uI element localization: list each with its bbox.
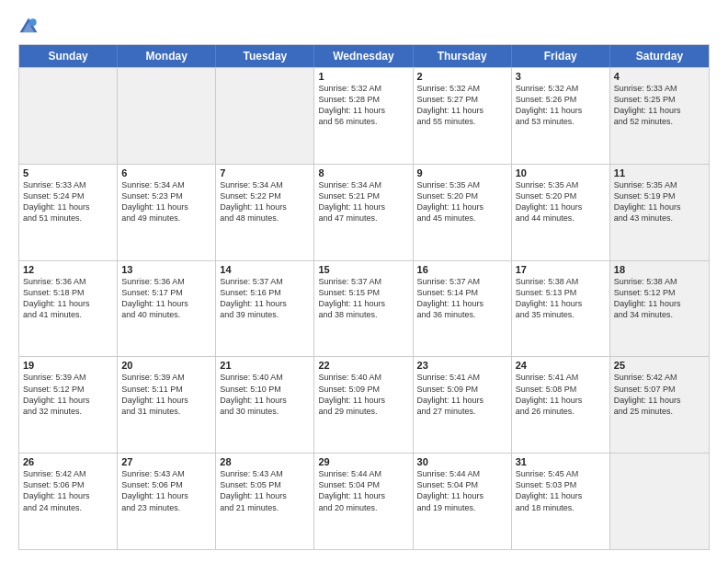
day-detail: Sunrise: 5:35 AM Sunset: 5:20 PM Dayligh… <box>417 179 507 224</box>
calendar-cell: 8Sunrise: 5:34 AM Sunset: 5:21 PM Daylig… <box>314 165 413 260</box>
day-number: 26 <box>23 456 113 467</box>
day-number: 16 <box>417 264 507 275</box>
day-number: 12 <box>23 264 113 275</box>
calendar-cell: 13Sunrise: 5:36 AM Sunset: 5:17 PM Dayli… <box>118 261 216 357</box>
day-detail: Sunrise: 5:39 AM Sunset: 5:12 PM Dayligh… <box>23 372 113 417</box>
calendar-cell: 2Sunrise: 5:32 AM Sunset: 5:27 PM Daylig… <box>414 68 512 164</box>
calendar-cell: 23Sunrise: 5:41 AM Sunset: 5:09 PM Dayli… <box>414 357 512 453</box>
day-detail: Sunrise: 5:40 AM Sunset: 5:10 PM Dayligh… <box>220 372 310 417</box>
day-header-monday: Monday <box>118 45 216 67</box>
day-detail: Sunrise: 5:38 AM Sunset: 5:12 PM Dayligh… <box>614 276 705 321</box>
calendar-cell <box>216 68 314 164</box>
day-detail: Sunrise: 5:34 AM Sunset: 5:21 PM Dayligh… <box>318 179 408 224</box>
calendar-cell: 9Sunrise: 5:35 AM Sunset: 5:20 PM Daylig… <box>414 165 512 260</box>
day-detail: Sunrise: 5:43 AM Sunset: 5:06 PM Dayligh… <box>121 468 211 513</box>
day-number: 28 <box>220 456 310 467</box>
calendar-cell: 15Sunrise: 5:37 AM Sunset: 5:15 PM Dayli… <box>314 261 413 357</box>
day-number: 10 <box>516 167 606 178</box>
calendar-cell: 16Sunrise: 5:37 AM Sunset: 5:14 PM Dayli… <box>414 261 512 357</box>
calendar-cell: 1Sunrise: 5:32 AM Sunset: 5:28 PM Daylig… <box>314 68 413 164</box>
day-number: 4 <box>614 71 705 82</box>
calendar-cell: 6Sunrise: 5:34 AM Sunset: 5:23 PM Daylig… <box>118 165 216 260</box>
day-detail: Sunrise: 5:43 AM Sunset: 5:05 PM Dayligh… <box>220 468 310 513</box>
day-detail: Sunrise: 5:34 AM Sunset: 5:23 PM Dayligh… <box>121 179 211 224</box>
day-detail: Sunrise: 5:45 AM Sunset: 5:03 PM Dayligh… <box>516 468 606 513</box>
calendar-cell: 17Sunrise: 5:38 AM Sunset: 5:13 PM Dayli… <box>512 261 610 357</box>
calendar-cell: 30Sunrise: 5:44 AM Sunset: 5:04 PM Dayli… <box>414 454 512 549</box>
calendar-cell: 31Sunrise: 5:45 AM Sunset: 5:03 PM Dayli… <box>512 454 610 549</box>
day-number: 3 <box>516 71 606 82</box>
calendar-cell: 24Sunrise: 5:41 AM Sunset: 5:08 PM Dayli… <box>512 357 610 453</box>
day-detail: Sunrise: 5:37 AM Sunset: 5:16 PM Dayligh… <box>220 276 310 321</box>
calendar-week-3: 12Sunrise: 5:36 AM Sunset: 5:18 PM Dayli… <box>19 260 709 357</box>
day-number: 7 <box>220 167 310 178</box>
day-number: 30 <box>417 456 507 467</box>
calendar-cell: 18Sunrise: 5:38 AM Sunset: 5:12 PM Dayli… <box>610 261 709 357</box>
logo <box>18 17 42 37</box>
calendar-cell: 29Sunrise: 5:44 AM Sunset: 5:04 PM Dayli… <box>314 454 413 549</box>
calendar-cell: 3Sunrise: 5:32 AM Sunset: 5:26 PM Daylig… <box>512 68 610 164</box>
day-number: 14 <box>220 264 310 275</box>
header <box>18 17 710 37</box>
day-detail: Sunrise: 5:44 AM Sunset: 5:04 PM Dayligh… <box>318 468 408 513</box>
calendar-cell: 19Sunrise: 5:39 AM Sunset: 5:12 PM Dayli… <box>19 357 118 453</box>
day-number: 23 <box>417 360 507 371</box>
day-detail: Sunrise: 5:32 AM Sunset: 5:27 PM Dayligh… <box>417 83 507 128</box>
calendar-week-4: 19Sunrise: 5:39 AM Sunset: 5:12 PM Dayli… <box>19 356 709 453</box>
day-detail: Sunrise: 5:36 AM Sunset: 5:18 PM Dayligh… <box>23 276 113 321</box>
day-number: 20 <box>121 360 211 371</box>
page: SundayMondayTuesdayWednesdayThursdayFrid… <box>0 0 728 563</box>
day-header-tuesday: Tuesday <box>216 45 314 67</box>
calendar-cell: 26Sunrise: 5:42 AM Sunset: 5:06 PM Dayli… <box>19 454 118 549</box>
calendar-cell: 12Sunrise: 5:36 AM Sunset: 5:18 PM Dayli… <box>19 261 118 357</box>
calendar-header-row: SundayMondayTuesdayWednesdayThursdayFrid… <box>19 45 709 67</box>
day-number: 21 <box>220 360 310 371</box>
calendar-cell: 22Sunrise: 5:40 AM Sunset: 5:09 PM Dayli… <box>314 357 413 453</box>
calendar-cell: 25Sunrise: 5:42 AM Sunset: 5:07 PM Dayli… <box>610 357 709 453</box>
day-number: 18 <box>614 264 705 275</box>
day-number: 31 <box>516 456 606 467</box>
day-detail: Sunrise: 5:36 AM Sunset: 5:17 PM Dayligh… <box>121 276 211 321</box>
day-detail: Sunrise: 5:38 AM Sunset: 5:13 PM Dayligh… <box>516 276 606 321</box>
day-detail: Sunrise: 5:37 AM Sunset: 5:15 PM Dayligh… <box>318 276 408 321</box>
day-detail: Sunrise: 5:33 AM Sunset: 5:25 PM Dayligh… <box>614 83 705 128</box>
day-number: 17 <box>516 264 606 275</box>
calendar-cell: 14Sunrise: 5:37 AM Sunset: 5:16 PM Dayli… <box>216 261 314 357</box>
day-detail: Sunrise: 5:33 AM Sunset: 5:24 PM Dayligh… <box>23 179 113 224</box>
day-header-wednesday: Wednesday <box>314 45 413 67</box>
day-number: 29 <box>318 456 408 467</box>
calendar-cell: 10Sunrise: 5:35 AM Sunset: 5:20 PM Dayli… <box>512 165 610 260</box>
day-number: 25 <box>614 360 705 371</box>
calendar-cell: 5Sunrise: 5:33 AM Sunset: 5:24 PM Daylig… <box>19 165 118 260</box>
day-detail: Sunrise: 5:40 AM Sunset: 5:09 PM Dayligh… <box>318 372 408 417</box>
calendar-body: 1Sunrise: 5:32 AM Sunset: 5:28 PM Daylig… <box>19 67 709 549</box>
calendar-week-2: 5Sunrise: 5:33 AM Sunset: 5:24 PM Daylig… <box>19 164 709 260</box>
day-number: 1 <box>318 71 408 82</box>
day-detail: Sunrise: 5:42 AM Sunset: 5:07 PM Dayligh… <box>614 372 705 417</box>
day-header-sunday: Sunday <box>19 45 118 67</box>
day-number: 24 <box>516 360 606 371</box>
day-header-friday: Friday <box>512 45 610 67</box>
day-header-thursday: Thursday <box>414 45 512 67</box>
calendar-cell <box>19 68 118 164</box>
day-detail: Sunrise: 5:41 AM Sunset: 5:09 PM Dayligh… <box>417 372 507 417</box>
day-number: 9 <box>417 167 507 178</box>
calendar-cell: 11Sunrise: 5:35 AM Sunset: 5:19 PM Dayli… <box>610 165 709 260</box>
day-detail: Sunrise: 5:32 AM Sunset: 5:28 PM Dayligh… <box>318 83 408 128</box>
day-number: 6 <box>121 167 211 178</box>
calendar-cell: 7Sunrise: 5:34 AM Sunset: 5:22 PM Daylig… <box>216 165 314 260</box>
day-number: 8 <box>318 167 408 178</box>
day-detail: Sunrise: 5:42 AM Sunset: 5:06 PM Dayligh… <box>23 468 113 513</box>
day-detail: Sunrise: 5:34 AM Sunset: 5:22 PM Dayligh… <box>220 179 310 224</box>
day-detail: Sunrise: 5:35 AM Sunset: 5:20 PM Dayligh… <box>516 179 606 224</box>
day-detail: Sunrise: 5:44 AM Sunset: 5:04 PM Dayligh… <box>417 468 507 513</box>
calendar-cell: 20Sunrise: 5:39 AM Sunset: 5:11 PM Dayli… <box>118 357 216 453</box>
calendar: SundayMondayTuesdayWednesdayThursdayFrid… <box>18 44 710 550</box>
day-number: 27 <box>121 456 211 467</box>
day-header-saturday: Saturday <box>610 45 709 67</box>
day-detail: Sunrise: 5:41 AM Sunset: 5:08 PM Dayligh… <box>516 372 606 417</box>
day-number: 13 <box>121 264 211 275</box>
calendar-cell <box>610 454 709 549</box>
calendar-cell: 4Sunrise: 5:33 AM Sunset: 5:25 PM Daylig… <box>610 68 709 164</box>
calendar-week-1: 1Sunrise: 5:32 AM Sunset: 5:28 PM Daylig… <box>19 67 709 164</box>
